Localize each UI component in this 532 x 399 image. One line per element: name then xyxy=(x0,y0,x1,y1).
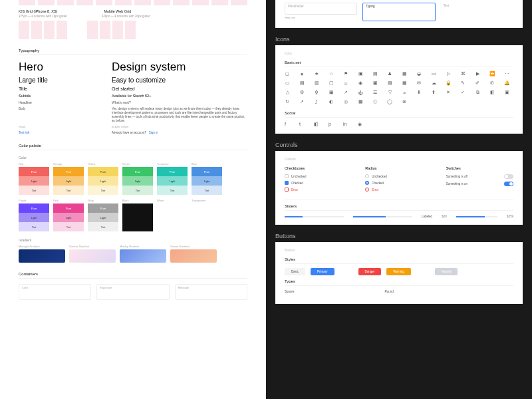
slider-3[interactable] xyxy=(456,216,497,217)
typo-title: Title xyxy=(19,86,85,91)
linkedin-icon: in xyxy=(343,122,348,127)
typo-subtitle: Subtitle xyxy=(19,94,85,98)
paper-clip-icon: ⌘ xyxy=(460,71,466,76)
pencil-icon: ✐ xyxy=(475,80,480,86)
sliders-heading: Sliders xyxy=(285,200,513,211)
power-icon: ⏻ xyxy=(358,90,363,95)
swatch-row-1: RedPureLightTint OrangePureLightTint Yel… xyxy=(19,162,247,195)
swatch-blue-pure: Pure xyxy=(192,167,222,176)
controls-crumb: Controls xyxy=(285,158,513,161)
display-icon: ▢ xyxy=(329,80,334,86)
slider-2[interactable] xyxy=(353,216,412,217)
radio-error[interactable] xyxy=(365,188,369,192)
switch-on[interactable] xyxy=(504,182,513,186)
typo-hero: Hero xyxy=(19,61,85,74)
input-text[interactable]: Text xyxy=(441,3,513,15)
color-sub-heading: Color xyxy=(19,156,247,160)
signin-link[interactable]: Sign in xyxy=(149,131,158,134)
bell-icon: 🔔 xyxy=(504,80,509,86)
typo-small: Small xyxy=(19,125,85,128)
wallet-icon: ▣ xyxy=(372,80,378,86)
container-card: Card xyxy=(19,284,91,300)
copy-icon: ▣ xyxy=(504,90,509,95)
swatch-purple-pure: Pure xyxy=(19,203,49,213)
input-help: Help text xyxy=(285,16,357,19)
stack-icon: ≡ xyxy=(402,90,407,95)
checkbox-error[interactable] xyxy=(285,188,289,192)
menu-icon: ☰ xyxy=(372,90,378,95)
right-sections-panel: Placeholder Help text Typing Text Icons … xyxy=(266,0,532,399)
card-icon: ▭ xyxy=(285,80,290,86)
triangle-icon: △ xyxy=(285,90,290,95)
typo-small-sample: by Alex Schott xyxy=(112,125,247,128)
radio-unchecked[interactable] xyxy=(365,174,369,178)
swatch-red-tint: Tint xyxy=(19,186,49,195)
typo-body-sample: Yes, design systems will replace many de… xyxy=(112,107,247,122)
gradient-sub-heading: Gradient xyxy=(19,238,247,242)
left-document-panel: iOS Grid (iPhone 8, XS) Mobile Web Grid … xyxy=(0,0,266,399)
swatch-gray-pure: Pure xyxy=(88,203,118,213)
typo-large-title: Large title xyxy=(19,76,85,84)
switch-off[interactable] xyxy=(504,174,513,179)
upload-icon: ⬆ xyxy=(431,90,436,95)
container-message: Message xyxy=(175,284,247,300)
download-icon: ⬇ xyxy=(416,90,422,95)
gradient-sunrise xyxy=(69,249,116,263)
checkbox-checked[interactable] xyxy=(285,181,289,185)
icons-section-head: Icons xyxy=(266,31,532,45)
document-icon: ▤ xyxy=(372,71,378,76)
cube-icon: ◧ xyxy=(489,90,495,95)
briefcase-icon: ▣ xyxy=(358,71,363,76)
x-circle-icon: ⊗ xyxy=(402,99,407,104)
slider-1[interactable] xyxy=(285,216,344,217)
swatch-yellow-pure: Pure xyxy=(88,167,118,176)
check-icon: ✓ xyxy=(460,90,466,95)
input-typing[interactable]: Typing xyxy=(362,3,435,21)
checkbox-unchecked[interactable] xyxy=(285,174,289,178)
typo-body: Body xyxy=(19,107,85,122)
icons-basic-heading: Basic set xyxy=(285,61,513,67)
controls-section-head: Controls xyxy=(266,136,532,151)
typography-heading: Typography xyxy=(19,49,247,55)
swatch-black xyxy=(122,203,153,231)
typo-textlink-sample: Already have an account? Sign in xyxy=(112,131,247,134)
button-neutral[interactable]: Neutral xyxy=(435,268,458,275)
radio-checked[interactable] xyxy=(365,181,369,185)
cart-icon: ▭ xyxy=(431,71,436,76)
ios-grid-sub: 375px — 4 columns with 16px gutter xyxy=(19,15,67,18)
chat-icon: ◻ xyxy=(285,71,290,76)
eye-icon: ◉ xyxy=(358,80,363,86)
circle-icon: ◯ xyxy=(387,99,392,104)
paste-icon: ▣ xyxy=(329,90,334,95)
layers-icon: ▦ xyxy=(402,71,407,76)
typo-large-sample: Easy to customize xyxy=(112,76,247,84)
input-placeholder[interactable]: Placeholder xyxy=(285,3,357,15)
book-icon: ▥ xyxy=(314,80,319,86)
grid-icon: ▦ xyxy=(358,99,363,104)
settings-icon: ⚙ xyxy=(299,90,305,95)
button-danger[interactable]: Danger xyxy=(358,268,382,275)
gradient-sunset xyxy=(170,249,217,263)
container-expansion: Expansion xyxy=(96,284,169,300)
calendar-icon: ▦ xyxy=(402,80,407,86)
swatch-pink-pure: Pure xyxy=(53,203,84,213)
buttons-types-heading: Types xyxy=(285,279,513,286)
button-warning[interactable]: Warning xyxy=(386,268,411,275)
swatch-orange-pure: Pure xyxy=(53,167,84,176)
dribbble-icon: ◉ xyxy=(358,122,363,127)
checkboxes-heading: Checkboxes xyxy=(285,166,352,170)
mail-icon: ✉ xyxy=(416,80,422,86)
bookmark-icon: ⚑ xyxy=(343,71,348,76)
icons-crumb: Icons xyxy=(285,52,513,55)
containers-heading: Containers xyxy=(19,272,247,279)
edit-icon: ✎ xyxy=(460,80,466,86)
external-icon: ⤴ xyxy=(314,99,319,104)
heart-icon: ♥ xyxy=(299,71,305,76)
gradient-midday xyxy=(120,249,166,263)
button-primary[interactable]: Primary xyxy=(311,268,334,275)
star-icon: ★ xyxy=(314,71,319,76)
icons-card: Icons Basic set ◻♥★☆⚑▣▤♟▦◒▭▷⌘▶⏩⋯▭▤▥▢☺◉▣▤… xyxy=(275,45,523,134)
button-basic[interactable]: Basic xyxy=(285,268,305,275)
refresh-icon: ↻ xyxy=(285,99,290,104)
code-icon: ⟨⟩ xyxy=(372,99,378,104)
